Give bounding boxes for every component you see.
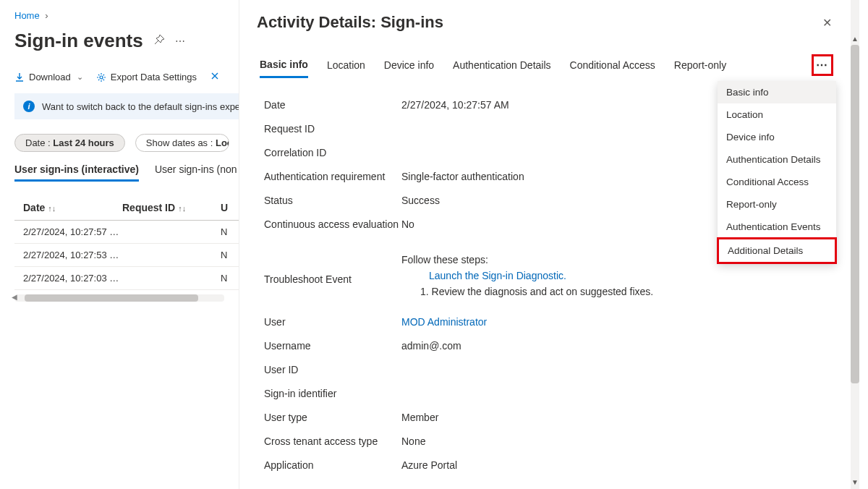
sort-icon[interactable]: ↑↓ [48,204,56,213]
table-row[interactable]: 2/27/2024, 10:27:57 … N [14,221,239,244]
tab-location[interactable]: Location [327,59,365,77]
vertical-scrollbar[interactable]: ▲ ▼ [851,0,859,489]
menu-device-info[interactable]: Device info [718,126,836,148]
tab-conditional-access[interactable]: Conditional Access [570,59,655,77]
menu-basic-info[interactable]: Basic info [718,81,836,103]
tab-report-only[interactable]: Report-only [674,59,726,77]
table-row[interactable]: 2/27/2024, 10:27:03 … N [14,267,239,290]
value-status: Success [401,195,700,206]
value-cae: No [401,218,700,230]
scroll-down-icon[interactable]: ▼ [851,478,859,486]
value-user-link[interactable]: MOD Administrator [401,316,487,328]
col-request[interactable]: Request ID↑↓ [119,202,221,213]
menu-auth-events[interactable]: Authentication Events [718,216,836,238]
pin-icon[interactable] [153,34,165,48]
close-icon[interactable]: ✕ [820,13,835,33]
breadcrumb[interactable]: Home › [14,10,239,21]
value-cross-tenant: None [401,435,700,447]
svg-point-0 [100,76,103,79]
filter-showdates-pill[interactable]: Show dates as : Loca [135,134,229,152]
export-settings-button[interactable]: Export Data Settings [96,72,197,82]
breadcrumb-home[interactable]: Home [14,10,40,21]
ellipsis-icon: ⋯ [816,59,829,71]
info-icon: i [23,101,35,112]
tab-noninteractive[interactable]: User sign-ins (non [155,163,237,182]
chevron-right-icon: › [45,10,48,21]
follow-steps-text: Follow these steps: [401,254,700,265]
label-user: User [264,316,401,328]
value-application: Azure Portal [401,459,700,471]
overflow-menu: Basic info Location Device info Authenti… [718,81,836,263]
menu-conditional-access[interactable]: Conditional Access [718,171,836,193]
horizontal-scrollbar[interactable] [14,294,224,302]
value-user-type: Member [401,412,700,423]
info-banner[interactable]: i Want to switch back to the default sig… [14,93,246,119]
label-request-id: Request ID [264,123,401,135]
menu-auth-details[interactable]: Authentication Details [718,148,836,171]
tab-auth-details[interactable]: Authentication Details [453,59,550,77]
col-u[interactable]: U [221,202,228,213]
label-troubleshoot: Troubleshoot Event [264,273,401,285]
overflow-menu-button[interactable]: ⋯ [812,54,833,76]
label-user-id: User ID [264,364,401,375]
value-auth-requirement: Single-factor authentication [401,171,700,182]
page-title: Sign-in events [14,30,143,52]
details-panel: ▲ ▼ Activity Details: Sign-ins ✕ Basic i… [239,0,859,489]
value-username: admin@.com [401,340,700,352]
table-header: Date↑↓ Request ID↑↓ U [14,195,239,221]
menu-location[interactable]: Location [718,103,836,126]
label-application: Application [264,459,401,471]
sort-icon[interactable]: ↑↓ [178,204,186,213]
download-button[interactable]: Download ⌄ [14,72,83,82]
signins-table: Date↑↓ Request ID↑↓ U 2/27/2024, 10:27:5… [14,195,239,302]
menu-additional-details[interactable]: Additional Details [717,237,837,264]
col-date[interactable]: Date↑↓ [14,202,119,213]
label-cross-tenant: Cross tenant access type [264,435,401,447]
scroll-up-icon[interactable]: ▲ [851,35,859,43]
label-status: Status [264,195,401,206]
label-correlation-id: Correlation ID [264,147,401,158]
value-date: 2/27/2024, 10:27:57 AM [401,99,700,111]
label-cae: Continuous access evaluation [264,218,401,230]
tab-device-info[interactable]: Device info [384,59,434,77]
label-auth-requirement: Authentication requirement [264,171,401,182]
label-signin-identifier: Sign-in identifier [264,388,401,399]
table-row[interactable]: 2/27/2024, 10:27:53 … N [14,244,239,267]
label-user-type: User type [264,412,401,423]
more-icon[interactable]: ⋯ [175,35,185,47]
filter-date-pill[interactable]: Date : Last 24 hours [14,134,125,152]
launch-diagnostic-link[interactable]: Launch the Sign-in Diagnostic. [429,270,566,281]
label-username: Username [264,340,401,352]
label-date: Date [264,99,401,111]
tab-basic-info[interactable]: Basic info [260,59,308,78]
step-1-text: 1. Review the diagnosis and act on sugge… [401,286,700,297]
panel-title: Activity Details: Sign-ins [257,13,443,32]
chevron-down-icon: ⌄ [77,72,83,82]
tool-icon[interactable] [210,71,220,83]
tab-interactive[interactable]: User sign-ins (interactive) [14,163,139,182]
menu-report-only[interactable]: Report-only [718,193,836,216]
